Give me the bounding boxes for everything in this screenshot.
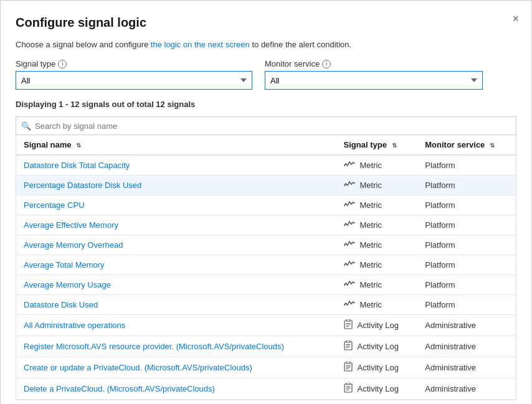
signal-type-cell: Metric (336, 155, 418, 176)
signal-type-text: Metric (360, 280, 382, 289)
svg-rect-6 (346, 341, 350, 342)
signal-type-text: Activity Log (358, 342, 399, 351)
signal-name-sort-icon: ⇅ (76, 142, 81, 149)
monitor-service-cell: Platform (417, 235, 516, 255)
signal-name-link[interactable]: All Administrative operations (24, 321, 125, 330)
monitor-service-info-icon[interactable]: i (322, 60, 331, 68)
table-row[interactable]: Percentage CPUMetricPlatform (16, 195, 516, 215)
monitor-service-label: Monitor service i (265, 59, 483, 68)
table-row[interactable]: Average Effective MemoryMetricPlatform (16, 215, 516, 235)
signal-type-cell: Metric (336, 255, 418, 275)
signal-type-info-icon[interactable]: i (58, 60, 67, 68)
signal-name-cell: Create or update a PrivateCloud. (Micros… (16, 357, 336, 378)
table-row[interactable]: Average Memory OverheadMetricPlatform (16, 235, 516, 255)
table-row[interactable]: Create or update a PrivateCloud. (Micros… (16, 357, 516, 378)
displaying-text: Displaying 1 - 12 signals out of total 1… (16, 100, 516, 109)
table-row[interactable]: Average Memory UsageMetricPlatform (16, 275, 516, 295)
signal-type-text: Activity Log (358, 384, 399, 393)
signal-type-text: Metric (360, 200, 382, 210)
table-row[interactable]: Datastore Disk UsedMetricPlatform (16, 295, 516, 315)
table-row[interactable]: Delete a PrivateCloud. (Microsoft.AVS/pr… (16, 378, 516, 400)
svg-rect-1 (346, 319, 350, 321)
signal-type-cell: Metric (336, 275, 418, 295)
signal-name-link[interactable]: Percentage CPU (24, 200, 85, 210)
signal-name-cell: Datastore Disk Total Capacity (16, 155, 336, 176)
metric-icon (344, 160, 355, 171)
signals-table-wrapper: Signal name ⇅ Signal type ⇅ Monitor serv… (16, 135, 516, 400)
monitor-service-cell: Platform (417, 275, 516, 295)
dropdowns-row: Signal type i All Metric Activity Log Mo… (16, 59, 516, 90)
monitor-service-cell: Platform (417, 255, 516, 275)
signal-name-cell: Percentage CPU (16, 195, 336, 215)
signal-type-group: Signal type i All Metric Activity Log (16, 59, 252, 90)
signal-name-cell: Average Effective Memory (16, 215, 336, 235)
signal-name-cell: Datastore Disk Used (16, 295, 336, 315)
monitor-service-cell: Platform (417, 215, 516, 235)
col-signal-name[interactable]: Signal name ⇅ (16, 135, 336, 155)
monitor-service-cell: Administrative (417, 315, 516, 336)
monitor-service-cell: Platform (417, 295, 516, 315)
close-button[interactable]: × (512, 13, 519, 24)
metric-icon (344, 240, 355, 250)
table-row[interactable]: Percentage Datastore Disk UsedMetricPlat… (16, 176, 516, 195)
signal-name-link[interactable]: Register Microsoft.AVS resource provider… (24, 342, 284, 351)
table-row[interactable]: Datastore Disk Total CapacityMetricPlatf… (16, 155, 516, 176)
signal-name-link[interactable]: Average Total Memory (24, 260, 105, 270)
table-row[interactable]: Register Microsoft.AVS resource provider… (16, 336, 516, 357)
monitor-service-sort-icon: ⇅ (490, 142, 495, 149)
signal-name-cell: Average Memory Usage (16, 275, 336, 295)
configure-signal-logic-dialog: Configure signal logic × Choose a signal… (0, 0, 532, 404)
search-icon: 🔍 (21, 121, 31, 131)
signal-type-select[interactable]: All Metric Activity Log (16, 71, 252, 90)
description-text: Choose a signal below and configure the … (16, 40, 516, 49)
signals-table: Signal name ⇅ Signal type ⇅ Monitor serv… (16, 135, 516, 400)
signal-type-cell: Activity Log (336, 336, 418, 357)
signal-name-link[interactable]: Average Effective Memory (24, 220, 118, 230)
signal-type-cell: Activity Log (336, 378, 418, 400)
activity-log-icon (344, 319, 353, 331)
metric-icon (344, 180, 355, 190)
metric-icon (344, 280, 355, 290)
signal-type-cell: Metric (336, 195, 418, 215)
signal-type-text: Activity Log (358, 363, 399, 372)
signal-name-cell: Delete a PrivateCloud. (Microsoft.AVS/pr… (16, 378, 336, 400)
signal-name-link[interactable]: Average Memory Overhead (24, 240, 123, 250)
svg-rect-16 (346, 383, 350, 385)
signal-type-text: Metric (360, 300, 382, 309)
col-signal-type[interactable]: Signal type ⇅ (336, 135, 418, 155)
svg-rect-11 (346, 362, 350, 364)
signal-name-link[interactable]: Average Memory Usage (24, 280, 111, 289)
table-row[interactable]: Average Total MemoryMetricPlatform (16, 255, 516, 275)
signal-type-cell: Metric (336, 235, 418, 255)
table-row[interactable]: All Administrative operationsActivity Lo… (16, 315, 516, 336)
search-input[interactable] (35, 121, 511, 131)
monitor-service-cell: Platform (417, 155, 516, 176)
monitor-service-group: Monitor service i All Platform Administr… (265, 59, 483, 90)
signal-name-cell: Average Total Memory (16, 255, 336, 275)
signal-name-link[interactable]: Create or update a PrivateCloud. (Micros… (24, 363, 252, 372)
search-box: 🔍 (16, 116, 516, 135)
signal-name-cell: All Administrative operations (16, 315, 336, 336)
monitor-service-cell: Administrative (417, 336, 516, 357)
signal-type-text: Activity Log (358, 321, 399, 330)
signal-name-link[interactable]: Delete a PrivateCloud. (Microsoft.AVS/pr… (24, 384, 215, 393)
dialog-title: Configure signal logic (16, 16, 516, 30)
signal-name-link[interactable]: Datastore Disk Used (24, 300, 98, 309)
signal-name-link[interactable]: Percentage Datastore Disk Used (24, 181, 141, 190)
activity-log-icon (344, 362, 353, 373)
signal-name-cell: Average Memory Overhead (16, 235, 336, 255)
metric-icon (344, 260, 355, 270)
monitor-service-cell: Administrative (417, 357, 516, 378)
col-monitor-service[interactable]: Monitor service ⇅ (417, 135, 516, 155)
activity-log-icon (344, 383, 353, 395)
monitor-service-cell: Administrative (417, 378, 516, 400)
description-link[interactable]: the logic on the next screen (151, 40, 250, 49)
signal-type-text: Metric (360, 220, 382, 230)
monitor-service-select[interactable]: All Platform Administrative (265, 71, 483, 90)
metric-icon (344, 200, 355, 210)
signal-type-text: Metric (360, 240, 382, 250)
monitor-service-cell: Platform (417, 195, 516, 215)
signal-name-cell: Register Microsoft.AVS resource provider… (16, 336, 336, 357)
signal-name-link[interactable]: Datastore Disk Total Capacity (24, 161, 130, 170)
signal-name-cell: Percentage Datastore Disk Used (16, 176, 336, 195)
